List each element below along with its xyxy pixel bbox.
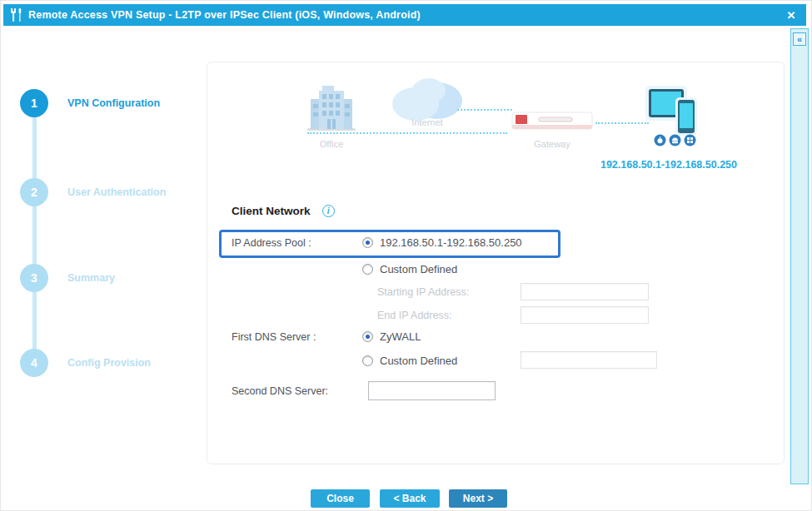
step-1-circle: 1 [20, 89, 48, 117]
end-ip-label: End IP Address: [377, 310, 451, 321]
ip-pool-label: IP Address Pool : [232, 237, 311, 249]
step-4-circle: 4 [20, 349, 48, 377]
step-4-number: 4 [20, 349, 48, 377]
next-button[interactable]: Next > [449, 489, 507, 508]
sidebar-item-vpn-configuration[interactable]: VPN Configuration [67, 97, 160, 109]
sidebar-item-user-authentication[interactable]: User Authentication [67, 186, 166, 198]
first-dns-custom-radio[interactable] [362, 355, 373, 366]
first-dns-zywall-radio[interactable] [362, 331, 373, 342]
gateway-icon [511, 107, 594, 134]
link-internet-gateway [457, 109, 512, 111]
dialog-title: Remote Access VPN Setup - L2TP over IPSe… [28, 9, 421, 21]
step-connector [32, 103, 37, 363]
first-dns-custom-input[interactable] [521, 351, 657, 369]
step-3-number: 3 [20, 264, 48, 292]
ip-pool-default-radio[interactable] [362, 237, 373, 248]
ip-pool-option-default[interactable]: 192.168.50.1-192.168.50.250 [362, 236, 522, 249]
step-2-number: 2 [20, 178, 48, 206]
first-dns-option-zywall[interactable]: ZyWALL [362, 330, 421, 343]
end-ip-input[interactable] [521, 306, 649, 324]
close-icon[interactable]: ✕ [783, 7, 800, 22]
ip-pool-custom-radio[interactable] [362, 264, 373, 275]
collapse-chevrons-icon[interactable]: « [793, 32, 806, 46]
info-icon[interactable]: i [322, 205, 335, 217]
first-dns-custom-text: Custom Defined [380, 355, 457, 367]
close-button[interactable]: Close [311, 489, 370, 508]
gateway-label: Gateway [511, 139, 594, 149]
diagram-ip-range: 192.168.50.1-192.168.50.250 [594, 159, 744, 171]
back-button[interactable]: < Back [380, 489, 440, 508]
client-network-header: Client Network i [232, 205, 335, 217]
step-3-circle: 3 [20, 264, 48, 292]
second-dns-input[interactable] [368, 381, 496, 400]
windows-icon [684, 134, 696, 146]
apple-icon [654, 134, 666, 146]
wizard-dialog: Remote Access VPN Setup - L2TP over IPSe… [0, 0, 812, 511]
android-icon [669, 134, 681, 146]
client-devices-icon [644, 84, 704, 136]
internet-label: Internet [386, 117, 469, 127]
sidebar-item-config-provision[interactable]: Config Provision [67, 357, 151, 369]
tools-icon [10, 7, 23, 22]
link-office-internet [307, 132, 507, 134]
office-icon [306, 82, 357, 134]
office-label: Office [306, 139, 357, 149]
os-icons [654, 134, 696, 146]
starting-ip-label: Starting IP Address: [377, 286, 469, 298]
first-dns-option-custom[interactable]: Custom Defined [362, 355, 457, 367]
first-dns-label: First DNS Server : [232, 331, 316, 343]
collapse-panel [790, 28, 809, 484]
step-1-number: 1 [20, 89, 48, 117]
title-bar: Remote Access VPN Setup - L2TP over IPSe… [3, 4, 806, 26]
ip-pool-option-custom[interactable]: Custom Defined [362, 263, 457, 275]
second-dns-label: Second DNS Server: [232, 385, 328, 397]
ip-pool-custom-text: Custom Defined [380, 263, 457, 275]
step-2-circle: 2 [20, 178, 48, 206]
ip-pool-default-text: 192.168.50.1-192.168.50.250 [380, 236, 522, 249]
link-gateway-devices [595, 122, 649, 124]
first-dns-zywall-text: ZyWALL [380, 330, 421, 343]
sidebar-item-summary[interactable]: Summary [67, 272, 115, 284]
section-title: Client Network [232, 205, 311, 217]
starting-ip-input[interactable] [521, 283, 649, 300]
